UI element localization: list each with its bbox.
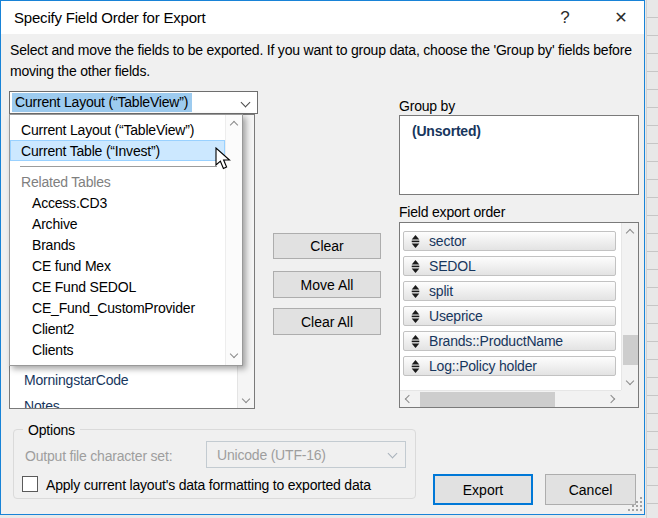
- scroll-left-icon[interactable]: [405, 395, 413, 403]
- order-list-vertical-scrollbar[interactable]: [621, 223, 638, 390]
- group-by-list[interactable]: (Unsorted): [399, 115, 639, 195]
- dropdown-item-current-table[interactable]: Current Table (“Invest”): [10, 140, 225, 161]
- field-export-order-label: Field export order: [399, 204, 505, 220]
- charset-value: Unicode (UTF-16): [217, 447, 326, 463]
- dialog-titlebar[interactable]: Specify Field Order for Export ? ✕: [1, 1, 644, 34]
- horizontal-scroll-thumb[interactable]: [420, 392, 555, 407]
- resize-grip[interactable]: [628, 497, 630, 499]
- table-selector-combobox[interactable]: Current Layout (“TableView”): [9, 91, 258, 114]
- export-field-name: SEDOL: [429, 258, 475, 274]
- export-field-row[interactable]: Useprice: [403, 306, 616, 326]
- export-field-name: Brands::ProductName: [429, 333, 563, 349]
- dropdown-item-table[interactable]: CE fund Mex: [10, 255, 225, 276]
- dropdown-item-table[interactable]: Clients: [10, 339, 225, 360]
- mouse-cursor-icon: [215, 147, 232, 171]
- dropdown-item-table[interactable]: CE Fund SEDOL: [10, 276, 225, 297]
- background-table: [646, 0, 658, 518]
- scroll-right-icon[interactable]: [607, 395, 615, 403]
- scroll-up-icon[interactable]: [230, 121, 238, 129]
- list-item[interactable]: MorningstarCode: [24, 372, 128, 388]
- export-field-name: Useprice: [429, 308, 483, 324]
- dropdown-item-current-layout[interactable]: Current Layout (“TableView”): [10, 119, 225, 140]
- export-field-row[interactable]: sector: [403, 231, 616, 251]
- scrollbar-corner: [621, 390, 638, 407]
- move-handle-icon[interactable]: [411, 310, 420, 323]
- group-by-label: Group by: [399, 98, 455, 114]
- scroll-down-icon[interactable]: [230, 350, 238, 358]
- dialog-title: Specify Field Order for Export: [14, 9, 206, 26]
- export-field-name: Log::Policy holder: [429, 358, 537, 374]
- dropdown-item-table[interactable]: Clients GLOB: [10, 360, 225, 366]
- instruction-text: Select and move the fields to be exporte…: [10, 40, 638, 82]
- order-list-horizontal-scrollbar[interactable]: [400, 390, 621, 407]
- export-field-name: sector: [429, 233, 466, 249]
- dropdown-item-table[interactable]: Archive: [10, 213, 225, 234]
- dropdown-item-table[interactable]: Access.CD3: [10, 192, 225, 213]
- vertical-scroll-thumb[interactable]: [623, 335, 638, 365]
- export-field-row[interactable]: Log::Policy holder: [403, 356, 616, 376]
- dropdown-group-header: Related Tables: [10, 171, 225, 192]
- scroll-down-icon[interactable]: [242, 395, 250, 403]
- scroll-up-icon[interactable]: [626, 229, 634, 237]
- export-field-row[interactable]: Brands::ProductName: [403, 331, 616, 351]
- export-dialog: Specify Field Order for Export ? ✕ Selec…: [0, 0, 645, 515]
- help-icon[interactable]: ?: [545, 1, 585, 34]
- cancel-button[interactable]: Cancel: [545, 474, 636, 505]
- table-selector-dropdown[interactable]: Current Layout (“TableView”) Current Tab…: [9, 114, 243, 366]
- move-handle-icon[interactable]: [411, 235, 420, 248]
- screen: Specify Field Order for Export ? ✕ Selec…: [0, 0, 658, 518]
- move-handle-icon[interactable]: [411, 360, 420, 373]
- export-field-row[interactable]: SEDOL: [403, 256, 616, 276]
- clear-all-button[interactable]: Clear All: [273, 308, 381, 335]
- export-button[interactable]: Export: [433, 474, 533, 505]
- chevron-down-icon: [241, 98, 251, 108]
- charset-combobox[interactable]: Unicode (UTF-16): [206, 441, 406, 468]
- dropdown-item-table[interactable]: Client2: [10, 318, 225, 339]
- move-handle-icon[interactable]: [411, 260, 420, 273]
- chevron-down-icon: [388, 449, 398, 459]
- clear-button[interactable]: Clear: [273, 233, 381, 259]
- apply-formatting-label: Apply current layout's data formatting t…: [46, 477, 371, 493]
- dropdown-separator: [20, 166, 217, 167]
- combobox-selected-value: Current Layout (“TableView”): [12, 93, 192, 112]
- move-handle-icon[interactable]: [411, 335, 420, 348]
- apply-formatting-checkbox[interactable]: [22, 476, 38, 492]
- group-by-value: (Unsorted): [412, 123, 481, 139]
- move-all-button[interactable]: Move All: [273, 271, 381, 298]
- options-group-label: Options: [23, 422, 80, 438]
- move-handle-icon[interactable]: [411, 285, 420, 298]
- charset-label: Output file character set:: [25, 448, 172, 464]
- export-field-row[interactable]: split: [403, 281, 616, 301]
- field-export-order-list[interactable]: sector SEDOL split Useprice Brands::Prod…: [399, 222, 639, 408]
- export-field-name: split: [429, 283, 453, 299]
- dropdown-item-table[interactable]: CE_Fund_CustomProvider: [10, 297, 225, 318]
- scroll-down-icon[interactable]: [626, 377, 634, 385]
- close-icon[interactable]: ✕: [599, 1, 643, 34]
- dropdown-item-table[interactable]: Brands: [10, 234, 225, 255]
- list-item[interactable]: Notes: [24, 398, 60, 409]
